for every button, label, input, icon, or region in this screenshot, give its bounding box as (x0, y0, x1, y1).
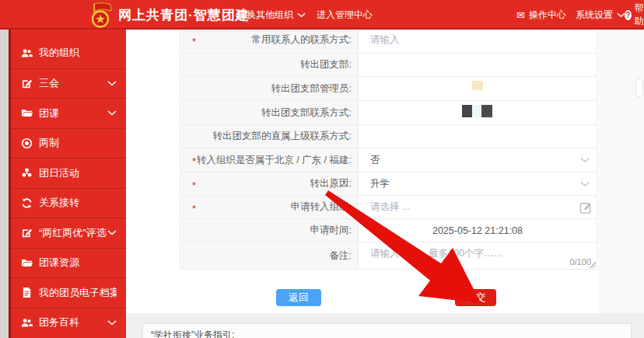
form-row-3: 转出团支部管理员: (180, 77, 597, 101)
select-value: 升学 (370, 177, 390, 190)
league-emblem-logo (87, 2, 114, 28)
sidebar-item-label: 两制 (39, 136, 117, 150)
char-counter: 0/100 (569, 257, 591, 267)
sidebar-item-label: 关系接转 (39, 196, 117, 210)
picker-placeholder: 请选择 ... (370, 200, 410, 214)
compose-icon (21, 78, 33, 89)
activity-icon (21, 167, 33, 179)
chevron-down-icon (107, 81, 117, 86)
chevron-down-icon (107, 110, 117, 116)
left-sidebar: 我的组织三会团课两制团日活动关系接转“两红两优”评选团课资源我的团员电子档案团务… (11, 30, 126, 338)
field-label: *转出原因: (180, 172, 359, 195)
sidebar-item-5[interactable]: 团日活动 (11, 158, 126, 188)
required-asterisk: * (192, 36, 196, 47)
sidebar-item-2[interactable]: 三会 (11, 68, 126, 99)
required-asterisk: * (192, 179, 196, 191)
form-row-7: *转出原因:升学 (180, 172, 597, 196)
top-header: 网上共青团·智慧团建 切换其他组织 进入管理中心 ✉ 操作中心 系统设置 ? 帮… (0, 0, 644, 30)
document-icon (21, 287, 33, 298)
field-label: 转出团支部的直属上级联系方式: (180, 125, 359, 148)
sidebar-item-label: 团日活动 (39, 166, 117, 180)
guide-section: “学社衔接”业务指引: (142, 323, 632, 338)
redaction-block (472, 105, 481, 117)
folder-icon (21, 107, 33, 119)
field-value (359, 77, 597, 100)
form-row-2: 转出团支部: (180, 54, 597, 77)
redaction-block (472, 81, 483, 90)
field-label: 备注: (180, 242, 359, 269)
page-right-margin (598, 30, 644, 313)
users-icon (21, 317, 33, 329)
field-value[interactable]: 否 (359, 148, 597, 172)
field-label: 转出团支部联系方式: (180, 101, 359, 124)
folder-icon (21, 257, 33, 269)
edit-icon[interactable] (579, 200, 593, 214)
sync-icon (21, 197, 33, 209)
form-row-6: *转入组织是否属于北京 / 广东 / 福建:否 (180, 148, 597, 172)
field-value (359, 125, 597, 148)
sidebar-item-label: 我的团员电子档案 (39, 286, 117, 300)
field-label: 转出团支部管理员: (180, 77, 359, 100)
target-icon (21, 138, 33, 149)
redaction-block (481, 105, 492, 117)
sidebar-item-3[interactable]: 团课 (11, 98, 126, 128)
field-value[interactable]: 请选择 ... (359, 196, 597, 218)
sidebar-item-label: 三会 (39, 76, 107, 90)
form-row-1: *常用联系人的联系方式:请输入 (180, 27, 597, 54)
required-asterisk: * (192, 155, 196, 167)
chevron-down-icon (297, 12, 306, 18)
chevron-down-icon (580, 181, 590, 186)
mail-icon: ✉ (516, 9, 525, 21)
window-edge-strip (0, 30, 9, 338)
readonly-value: 2025-05-12 21:21:08 (370, 225, 597, 236)
form-row-5: 转出团支部的直属上级联系方式: (180, 125, 597, 148)
sidebar-item-8[interactable]: 团课资源 (11, 248, 126, 278)
field-label: *申请转入组织: (180, 196, 359, 218)
sidebar-item-9[interactable]: 我的团员电子档案 (11, 277, 126, 308)
sidebar-item-7[interactable]: “两红两优”评选 (11, 218, 126, 248)
guide-section-title: “学社衔接”业务指引: (151, 329, 234, 338)
back-button[interactable]: 返回 (276, 289, 321, 306)
input-placeholder: 请输入 (370, 33, 400, 47)
field-label: *转入组织是否属于北京 / 广东 / 福建: (180, 148, 359, 172)
compose-icon (21, 227, 33, 239)
sidebar-item-10[interactable]: 团务百科 (11, 308, 126, 338)
field-label: *常用联系人的联系方式: (180, 27, 359, 53)
field-value[interactable]: 请输入备注，最多100个字……0/100 (359, 242, 597, 269)
scrollbar-thumb[interactable] (635, 78, 643, 97)
select-value: 否 (370, 154, 380, 167)
required-asterisk: * (192, 203, 196, 214)
field-value: 2025-05-12 21:21:08 (359, 219, 597, 242)
submit-button[interactable]: 提交 (455, 289, 496, 306)
users-icon (21, 47, 33, 59)
help-link[interactable]: ? 帮助 (625, 0, 644, 30)
chevron-down-icon (107, 230, 117, 235)
chevron-down-icon (580, 158, 590, 163)
field-value[interactable]: 升学 (359, 172, 597, 195)
sidebar-item-label: 我的组织 (39, 46, 117, 60)
operation-center-link[interactable]: ✉ 操作中心 (516, 0, 566, 30)
sidebar-item-label: “两红两优”评选 (39, 226, 107, 240)
form-row-10: 备注:请输入备注，最多100个字……0/100 (180, 242, 597, 270)
system-settings-menu[interactable]: 系统设置 (576, 0, 625, 30)
sidebar-item-6[interactable]: 关系接转 (11, 188, 126, 218)
field-value[interactable]: 请输入 (359, 27, 597, 53)
form-row-9: 申请时间:2025-05-12 21:21:08 (180, 219, 597, 242)
sidebar-item-label: 团务百科 (39, 315, 107, 329)
chevron-down-icon (107, 320, 117, 326)
field-label: 转出团支部: (180, 54, 359, 76)
sidebar-item-1[interactable]: 我的组织 (11, 38, 126, 68)
app-title: 网上共青团·智慧团建 (118, 0, 250, 30)
transfer-form-table: *常用联系人的联系方式:请输入转出团支部:转出团支部管理员:转出团支部联系方式:… (180, 26, 597, 270)
form-row-4: 转出团支部联系方式: (180, 101, 597, 125)
field-value (359, 54, 597, 76)
field-value (359, 101, 597, 124)
field-label: 申请时间: (180, 219, 359, 242)
form-row-8: *申请转入组织:请选择 ... (180, 196, 597, 219)
resize-handle[interactable] (590, 262, 596, 268)
switch-org-menu[interactable]: 切换其他组织 (237, 0, 306, 30)
sidebar-item-4[interactable]: 两制 (11, 128, 126, 159)
sidebar-item-label: 团课资源 (39, 256, 117, 270)
enter-admin-link[interactable]: 进入管理中心 (317, 0, 373, 30)
textarea-placeholder: 请输入备注，最多100个字…… (370, 247, 503, 260)
